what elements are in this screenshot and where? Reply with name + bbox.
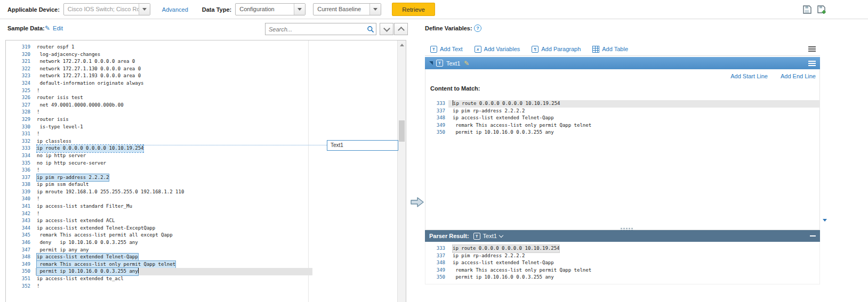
edit-sample-data[interactable]: ✎ Edit — [45, 25, 63, 32]
code-line[interactable]: 349 remark This access-list only permit … — [6, 261, 397, 268]
code-line[interactable]: 345 remark This access-list permit all e… — [6, 232, 397, 239]
code-line[interactable]: 350 permit ip 10.10.16.0 0.0.3.255 any — [425, 129, 820, 136]
line-content: ip pim rp-address 2.2.2.2 — [35, 174, 397, 182]
code-text: permit ip any any — [37, 247, 89, 254]
code-line[interactable]: 349 remark This access-list only permit … — [425, 122, 820, 129]
code-line[interactable]: 333ip route 0.0.0.0 0.0.0.0 10.10.19.254 — [425, 100, 820, 108]
code-line[interactable]: 324 default-information originate always — [6, 80, 397, 87]
minimize-icon[interactable] — [810, 235, 816, 236]
device-select[interactable]: Cisco IOS Switch; Cisco Ro... — [63, 3, 150, 15]
editor-scrollbar[interactable] — [397, 40, 406, 302]
chevron-down-icon — [139, 4, 150, 15]
line-content: remark This access-list permit all excep… — [35, 232, 397, 239]
code-line[interactable]: 341ip access-list standard Filter_Mu — [6, 203, 397, 210]
code-line[interactable]: 350 permit ip 10.10.16.0 0.0.3.255 any — [425, 274, 820, 281]
text-caret — [138, 268, 139, 273]
code-line[interactable]: 320 log-adjacency-changes — [6, 51, 397, 59]
line-content: ip route 0.0.0.0 0.0.0.0 10.10.19.254 — [448, 245, 820, 252]
collapse-icon[interactable] — [429, 61, 433, 65]
save-all-icon[interactable] — [817, 5, 826, 14]
add-text-button[interactable]: T Add Text — [430, 46, 463, 53]
search-icon[interactable] — [365, 26, 376, 33]
line-content: is-type level-1 — [35, 124, 397, 131]
advanced-link[interactable]: Advanced — [162, 6, 188, 13]
line-content: permit ip 10.10.16.0 0.0.3.255 any — [448, 129, 820, 136]
add-start-line-link[interactable]: Add Start Line — [730, 73, 768, 79]
code-line[interactable]: 338ip pim ssm default — [6, 181, 397, 189]
code-line[interactable]: 335no ip http secure-server — [6, 160, 397, 167]
text-icon: T — [473, 233, 480, 240]
scrollbar-thumb[interactable] — [399, 120, 405, 142]
code-line[interactable]: 344ip access-list extended Telnet-Except… — [6, 225, 397, 232]
code-line[interactable]: 346 deny ip 10.10.16.0 0.0.3.255 any — [6, 239, 397, 247]
baseline-select[interactable]: Current Baseline — [313, 3, 381, 15]
find-next-button[interactable] — [380, 23, 393, 35]
code-line[interactable]: 325! — [6, 87, 397, 95]
code-line[interactable]: 348ip access-list extended Telnet-Qapp — [6, 254, 397, 261]
code-line[interactable]: 330 is-type level-1 — [6, 124, 397, 131]
code-line[interactable]: 350 permit ip 10.10.16.0 0.0.3.255 any — [6, 268, 397, 275]
code-line[interactable]: 348ip access-list extended Telnet-Qapp — [425, 259, 820, 267]
code-line[interactable]: 337ip pim rp-address 2.2.2.2 — [6, 174, 397, 182]
code-line[interactable]: 334no ip http server — [6, 152, 397, 160]
code-text: ip access-list standard Filter_Mu — [37, 203, 132, 210]
code-line[interactable]: 331! — [6, 130, 397, 138]
panel-menu-icon[interactable] — [808, 46, 816, 52]
code-text: ip pim ssm default — [37, 181, 89, 189]
help-icon[interactable]: ? — [474, 25, 481, 32]
text1-tag[interactable]: Text1 — [327, 140, 398, 151]
line-content: ip access-list extended Telnet-ExceptQap… — [35, 225, 397, 232]
find-previous-button[interactable] — [394, 23, 408, 35]
code-line[interactable]: 339ip mroute 192.168.1.0 255.255.255.0 1… — [6, 189, 397, 196]
code-line[interactable]: 347 permit ip any any — [6, 247, 397, 254]
code-line[interactable]: 336! — [6, 167, 397, 174]
line-number: 330 — [6, 124, 35, 131]
add-paragraph-button[interactable]: ¶ Add Paragraph — [532, 46, 581, 53]
code-line[interactable]: 343ip access-list extended ACL — [6, 217, 397, 225]
line-number: 333 — [425, 100, 448, 108]
code-line[interactable]: 352! — [6, 283, 397, 290]
code-line[interactable]: 322 network 172.27.1.130 0.0.0.0 area 0 — [6, 66, 397, 73]
search-input[interactable] — [266, 26, 365, 32]
code-line[interactable]: 333ip route 0.0.0.0 0.0.0.0 10.10.19.254 — [425, 245, 820, 252]
data-type-select-value: Configuration — [236, 4, 294, 15]
line-content: remark This access-list only permit Qapp… — [448, 267, 820, 274]
data-type-select[interactable]: Configuration — [235, 3, 306, 15]
code-line[interactable]: 326router isis test — [6, 94, 397, 102]
code-line[interactable]: 329router isis — [6, 116, 397, 124]
parser-variable-select[interactable]: T Text1 — [473, 233, 503, 240]
line-number: 349 — [6, 261, 35, 268]
code-line[interactable]: 340! — [6, 195, 397, 203]
line-number: 348 — [425, 115, 448, 122]
code-line[interactable]: 319router ospf 1 — [6, 44, 397, 51]
add-variables-button[interactable]: x Add Variables — [475, 46, 520, 53]
map-to-arrow-icon — [411, 196, 424, 209]
retrieve-button[interactable]: Retrieve — [392, 3, 435, 16]
code-line[interactable]: 327 net 49.0001.0000.0000.000b.00 — [6, 102, 397, 109]
code-line[interactable]: 348ip access-list extended Telnet-Qapp — [425, 115, 820, 122]
line-content: ip pim rp-address 2.2.2.2 — [448, 252, 820, 260]
code-line[interactable]: 337ip pim rp-address 2.2.2.2 — [425, 108, 820, 115]
line-content: ip access-list extended Telnet-Qapp — [448, 259, 820, 267]
rename-pencil-icon[interactable]: ✎ — [464, 60, 469, 67]
line-content: router isis test — [35, 94, 397, 102]
line-content: network 172.27.0.1 0.0.0.0 area 0 — [35, 58, 397, 66]
code-line[interactable]: 349 remark This access-list only permit … — [425, 267, 820, 274]
line-number: 348 — [425, 259, 448, 267]
edit-link[interactable]: Edit — [53, 25, 63, 31]
scroll-up-arrow[interactable] — [398, 40, 406, 49]
code-text: ip access-list extended Telnet-Qapp — [453, 259, 554, 267]
add-end-line-link[interactable]: Add End Line — [781, 73, 816, 79]
line-content: ! — [35, 195, 397, 203]
save-icon[interactable] — [802, 5, 812, 14]
line-number: 322 — [6, 66, 35, 73]
code-line[interactable]: 342! — [6, 210, 397, 218]
code-line[interactable]: 321 network 172.27.0.1 0.0.0.0 area 0 — [6, 58, 397, 66]
code-line[interactable]: 328! — [6, 109, 397, 116]
section-menu-icon[interactable] — [808, 61, 816, 66]
add-table-button[interactable]: Add Table — [592, 46, 628, 53]
code-line[interactable]: 323 network 172.27.1.193 0.0.0.0 area 0 — [6, 72, 397, 80]
code-line[interactable]: 337ip pim rp-address 2.2.2.2 — [425, 252, 820, 260]
scroll-down-arrow[interactable] — [821, 216, 829, 224]
code-line[interactable]: 351ip access-list extended te_acl — [6, 275, 397, 283]
